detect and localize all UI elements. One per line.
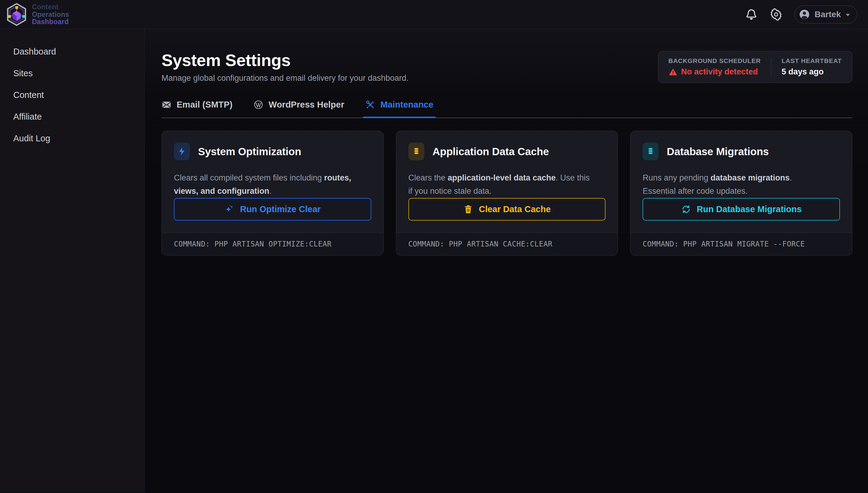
sidebar-item-content[interactable]: Content: [0, 84, 144, 106]
page-subtitle: Manage global configurations and email d…: [161, 73, 409, 83]
card-description: Clears the application-level data cache.…: [408, 171, 592, 198]
run-database-migrations-button[interactable]: Run Database Migrations: [643, 198, 840, 220]
card-description: Clears all compiled system files includi…: [174, 171, 357, 198]
notifications-button[interactable]: [745, 8, 758, 21]
database-icon: [412, 147, 421, 156]
envelope-icon: [161, 100, 172, 110]
card-icon-tile: [408, 143, 425, 160]
caret-down-icon: [845, 13, 850, 17]
card-system-optimization: System Optimization Clears all compiled …: [161, 131, 384, 256]
settings-button[interactable]: [770, 8, 782, 21]
sidebar-item-affiliate[interactable]: Affiliate: [0, 106, 144, 127]
card-title: Application Data Cache: [433, 146, 549, 157]
user-menu-button[interactable]: Bartek: [795, 5, 857, 23]
card-description: Runs any pending database migrations. Es…: [643, 171, 826, 198]
sidebar-item-audit-log[interactable]: Audit Log: [0, 127, 144, 149]
scheduler-status-widget: BACKGROUND SCHEDULER No activity detecte…: [658, 51, 852, 83]
heartbeat-value: 5 days ago: [781, 67, 842, 77]
sidebar-item-sites[interactable]: Sites: [0, 62, 144, 84]
maintenance-cards: System Optimization Clears all compiled …: [161, 131, 852, 256]
gear-icon: [770, 8, 782, 21]
card-command: COMMAND: PHP ARTISAN MIGRATE --FORCE: [630, 233, 852, 255]
run-optimize-clear-button[interactable]: Run Optimize Clear: [174, 198, 371, 220]
topbar: Content Operations Dashboard Bartek: [0, 0, 868, 29]
scheduler-column: BACKGROUND SCHEDULER No activity detecte…: [658, 57, 772, 77]
card-title: System Optimization: [198, 146, 301, 157]
wordpress-icon: [254, 100, 263, 110]
card-command: COMMAND: PHP ARTISAN OPTIMIZE:CLEAR: [162, 233, 383, 255]
clear-data-cache-button[interactable]: Clear Data Cache: [408, 198, 606, 220]
refresh-icon: [681, 204, 691, 214]
heartbeat-column: LAST HEARTBEAT 5 days ago: [771, 57, 852, 77]
card-command: COMMAND: PHP ARTISAN CACHE:CLEAR: [396, 233, 618, 255]
scheduler-label: BACKGROUND SCHEDULER: [669, 57, 761, 64]
sparkles-icon: [224, 204, 235, 214]
user-avatar-icon: [799, 9, 810, 20]
settings-tabs: Email (SMTP) WordPress Helper Maintenanc…: [161, 100, 852, 118]
logo-hexagon-icon: [6, 3, 27, 26]
heartbeat-label: LAST HEARTBEAT: [781, 57, 842, 64]
tab-wordpress-helper[interactable]: WordPress Helper: [254, 100, 344, 117]
page-title: System Settings: [161, 50, 409, 70]
card-icon-tile: [643, 143, 658, 160]
tab-maintenance[interactable]: Maintenance: [365, 100, 433, 117]
tab-email-smtp[interactable]: Email (SMTP): [161, 100, 232, 117]
sidebar: Dashboard Sites Content Affiliate Audit …: [0, 29, 145, 493]
scheduler-status: No activity detected: [669, 67, 761, 77]
app-logo: Content Operations Dashboard: [6, 3, 69, 26]
warning-triangle-icon: [669, 67, 677, 77]
database-icon: [646, 147, 655, 156]
card-application-data-cache: Application Data Cache Clears the applic…: [396, 131, 618, 256]
lightning-icon: [177, 147, 187, 156]
main-content: System Settings Manage global configurat…: [145, 29, 868, 493]
trash-icon: [463, 204, 473, 214]
bell-icon: [745, 8, 758, 21]
card-database-migrations: Database Migrations Runs any pending dat…: [630, 131, 852, 256]
sidebar-item-dashboard[interactable]: Dashboard: [0, 41, 144, 62]
app-title: Content Operations Dashboard: [32, 3, 69, 26]
user-name: Bartek: [815, 9, 841, 19]
card-icon-tile: [174, 143, 190, 160]
card-title: Database Migrations: [667, 146, 769, 157]
tools-icon: [365, 100, 375, 110]
